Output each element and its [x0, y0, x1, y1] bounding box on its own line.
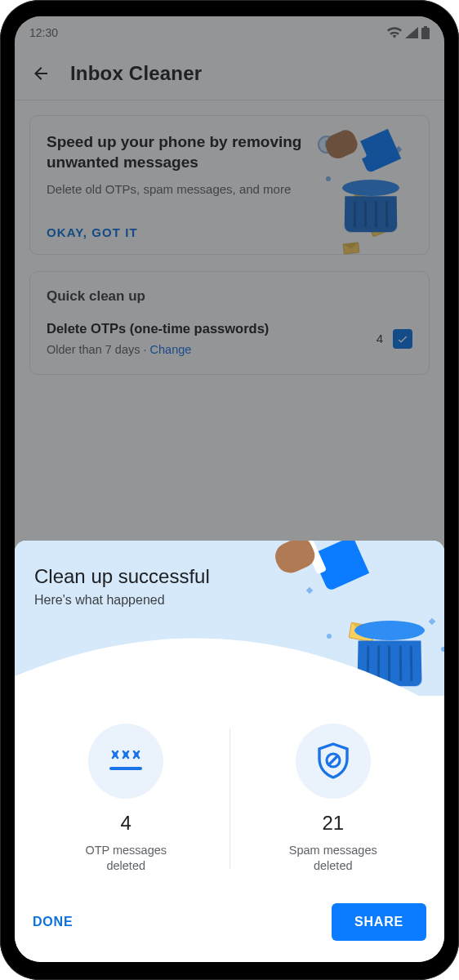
done-button[interactable]: DONE	[33, 915, 73, 929]
hero-curve	[15, 607, 421, 697]
otp-icon	[88, 724, 163, 799]
stat-otp-count: 4	[121, 812, 131, 835]
stat-spam-label: Spam messages deleted	[280, 843, 386, 874]
stat-spam-count: 21	[322, 812, 344, 835]
stat-otp: 4 OTP messages deleted	[23, 724, 230, 874]
stat-otp-label: OTP messages deleted	[73, 843, 179, 874]
result-sheet: Clean up successful Here's what happened	[15, 541, 444, 962]
svg-rect-9	[109, 767, 142, 770]
stat-spam: 21 Spam messages deleted	[230, 724, 437, 874]
spam-icon	[296, 724, 371, 799]
svg-line-11	[328, 755, 338, 765]
share-button[interactable]: SHARE	[332, 903, 426, 941]
